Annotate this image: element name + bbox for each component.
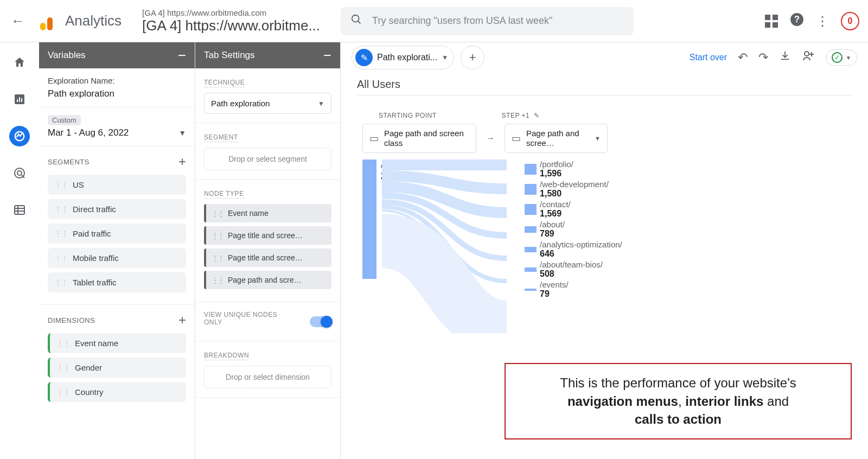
breakdown-dropzone[interactable]: Drop or select dimension — [204, 366, 331, 388]
node-bar — [525, 247, 537, 252]
chip-label: Page path and scre… — [228, 276, 301, 284]
settings-panel: Tab Settings − TECHNIQUE Path exploratio… — [195, 42, 341, 459]
segment-chip[interactable]: ⋮⋮Direct traffic — [48, 199, 186, 219]
apps-icon[interactable] — [765, 15, 778, 28]
segment-chip[interactable]: ⋮⋮Mobile traffic — [48, 248, 186, 268]
exploration-name-label: Exploration Name: — [48, 76, 186, 85]
dimension-chip[interactable]: ⋮⋮Gender — [48, 358, 186, 378]
property-id: [GA 4] https://www.orbitmedia.com — [142, 8, 320, 17]
date-preset-badge: Custom — [48, 115, 81, 125]
tab-name: Path explorati... — [377, 53, 437, 62]
node-path: /contact/ — [540, 200, 571, 209]
path-step-node[interactable]: /about/team-bios/508 — [525, 260, 622, 279]
technique-value: Path exploration — [211, 99, 270, 108]
node-bar — [525, 204, 537, 215]
redo-icon[interactable]: ↷ — [758, 50, 768, 65]
nav-advertising[interactable] — [9, 163, 30, 183]
node-path: /events/ — [540, 280, 569, 289]
path-step-node[interactable]: /events/79 — [525, 280, 622, 299]
help-icon[interactable]: ? — [790, 12, 804, 30]
nav-home[interactable] — [9, 52, 30, 73]
node-path: /portfolio/ — [540, 160, 573, 169]
path-step-node[interactable]: /web-development/1,580 — [525, 180, 622, 199]
variables-title: Variables — [48, 50, 86, 61]
add-tab-button[interactable]: + — [461, 46, 484, 69]
drag-handle-icon: ⋮⋮ — [212, 276, 224, 284]
chip-label: Event name — [75, 339, 118, 348]
minimize-variables-button[interactable]: − — [178, 47, 186, 64]
path-step-node[interactable]: /about/789 — [525, 220, 622, 239]
search-input[interactable]: Try searching "users from USA last week" — [341, 7, 634, 35]
start-bar — [362, 160, 376, 279]
undo-icon[interactable]: ↶ — [738, 50, 748, 65]
path-step-node[interactable]: /analytics-optimization/646 — [525, 240, 622, 259]
chevron-down-icon: ▼ — [846, 55, 851, 61]
segment-chip[interactable]: ⋮⋮US — [48, 175, 186, 195]
share-icon[interactable] — [802, 49, 815, 66]
page-icon: ▭ — [369, 132, 379, 144]
search-placeholder: Try searching "users from USA last week" — [372, 15, 552, 27]
nav-explore[interactable] — [9, 126, 30, 146]
chip-label: Direct traffic — [73, 205, 116, 214]
nav-configure[interactable] — [9, 200, 30, 220]
arrow-right-icon: → — [486, 133, 495, 143]
nodetype-chip[interactable]: ⋮⋮Page title and scree… — [204, 226, 331, 245]
segment-dropzone[interactable]: Drop or select segment — [204, 148, 331, 170]
start-over-button[interactable]: Start over — [690, 53, 727, 62]
node-bar — [525, 226, 537, 233]
node-bar — [525, 164, 537, 175]
notifications-badge[interactable]: 0 — [841, 12, 859, 30]
nodetype-chip[interactable]: ⋮⋮Event name — [204, 204, 331, 222]
add-dimension-button[interactable]: + — [178, 313, 186, 328]
chip-label: Event name — [228, 209, 269, 218]
step1-node-selector[interactable]: ▭ Page path and scree… ▼ — [505, 124, 608, 153]
starting-point-label: STARTING POINT — [379, 112, 437, 119]
minimize-settings-button[interactable]: − — [323, 47, 331, 64]
annotation-callout: This is the performance of your website'… — [505, 363, 852, 439]
chip-label: Gender — [75, 363, 102, 372]
drag-handle-icon: ⋮⋮ — [54, 278, 67, 287]
path-step-node[interactable]: /contact/1,569 — [525, 200, 622, 219]
back-button[interactable]: ← — [9, 10, 30, 31]
nodetype-chip[interactable]: ⋮⋮Page path and scre… — [204, 271, 331, 289]
technique-dropdown[interactable]: Path exploration ▼ — [204, 93, 331, 114]
more-icon[interactable]: ⋮ — [816, 14, 829, 29]
download-icon[interactable] — [779, 50, 791, 65]
search-icon — [350, 14, 362, 29]
node-bar — [525, 184, 537, 195]
property-selector[interactable]: [GA 4] https://www.orbitmedia.com [GA 4]… — [142, 8, 320, 34]
chip-label: Page title and scree… — [228, 231, 303, 240]
node-count: 508 — [540, 269, 603, 279]
chevron-down-icon: ▼ — [442, 54, 448, 61]
settings-header: Tab Settings − — [195, 42, 340, 68]
chip-label: Country — [75, 387, 104, 397]
chip-label: Paid traffic — [73, 229, 111, 238]
edit-step-icon[interactable]: ✎ — [534, 112, 540, 119]
node-path: /about/ — [540, 220, 565, 229]
status-indicator[interactable]: ✓ ▼ — [826, 49, 857, 66]
svg-rect-7 — [21, 98, 22, 102]
chevron-down-icon: ▼ — [178, 129, 186, 137]
pencil-icon: ✎ — [355, 49, 373, 66]
nodetype-chip[interactable]: ⋮⋮Page title and scree… — [204, 248, 331, 267]
technique-label: TECHNIQUE — [204, 79, 245, 87]
logo[interactable]: Analytics — [40, 12, 122, 30]
drag-handle-icon: ⋮⋮ — [56, 388, 69, 397]
date-range-selector[interactable]: Mar 1 - Aug 6, 2022 ▼ — [48, 127, 186, 138]
nav-reports[interactable] — [9, 89, 30, 110]
add-segment-button[interactable]: + — [178, 154, 186, 169]
segment-chip[interactable]: ⋮⋮Tablet traffic — [48, 272, 186, 292]
svg-point-15 — [805, 52, 809, 56]
start-node[interactable]: / 26,796 — [362, 160, 411, 300]
svg-rect-6 — [19, 97, 20, 102]
path-step-node[interactable]: /portfolio/1,596 — [525, 160, 622, 178]
tab-path-exploration[interactable]: ✎ Path explorati... ▼ — [352, 46, 454, 69]
drag-handle-icon: ⋮⋮ — [212, 254, 224, 262]
unique-nodes-toggle[interactable] — [310, 316, 331, 327]
svg-text:?: ? — [794, 14, 800, 24]
exploration-name-input[interactable]: Path exploration — [48, 88, 186, 99]
dimension-chip[interactable]: ⋮⋮Country — [48, 382, 186, 402]
starting-node-selector[interactable]: ▭ Page path and screen class — [362, 124, 476, 153]
segment-chip[interactable]: ⋮⋮Paid traffic — [48, 224, 186, 244]
dimension-chip[interactable]: ⋮⋮Event name — [48, 333, 186, 353]
